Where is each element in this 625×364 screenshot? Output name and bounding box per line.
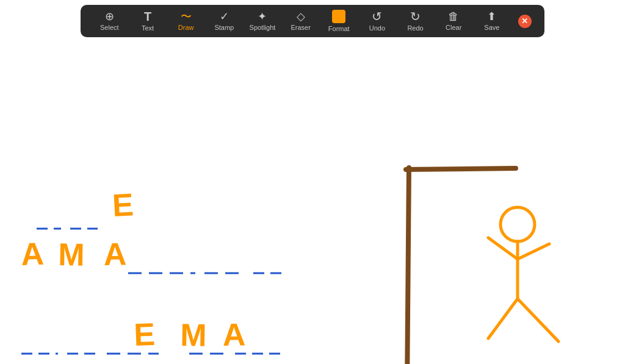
svg-point-21 <box>500 207 535 241</box>
stamp-icon: ✓ <box>220 11 229 22</box>
drawing-canvas: E A M A E M A <box>0 49 625 364</box>
eraser-icon: ◇ <box>297 11 305 22</box>
tool-stamp[interactable]: ✓ Stamp <box>208 11 240 31</box>
svg-line-26 <box>518 299 558 341</box>
undo-label: Undo <box>369 24 385 32</box>
svg-line-24 <box>518 244 549 259</box>
svg-text:A: A <box>20 236 45 272</box>
clear-icon: 🗑 <box>448 11 459 22</box>
tool-undo[interactable]: ↺ Undo <box>361 10 393 32</box>
svg-text:E: E <box>133 316 156 352</box>
svg-text:E: E <box>112 187 135 223</box>
save-label: Save <box>484 24 499 31</box>
svg-text:A: A <box>103 236 127 272</box>
undo-icon: ↺ <box>372 10 382 23</box>
eraser-label: Eraser <box>291 24 310 31</box>
tool-select[interactable]: ⊕ Select <box>93 11 125 31</box>
text-icon: T <box>144 10 151 23</box>
select-icon: ⊕ <box>105 11 114 22</box>
tool-clear[interactable]: 🗑 Clear <box>438 11 469 31</box>
spotlight-icon: ✦ <box>258 11 267 22</box>
toolbar: ⊕ Select T Text 〜 Draw ✓ Stamp ✦ Spotlig… <box>81 5 544 37</box>
format-label: Format <box>328 25 350 32</box>
save-icon: ⬆ <box>487 11 496 22</box>
tool-spotlight[interactable]: ✦ Spotlight <box>247 11 278 31</box>
tool-text[interactable]: T Text <box>132 10 164 32</box>
svg-text:M: M <box>180 317 207 353</box>
redo-icon: ↻ <box>410 10 421 23</box>
clear-label: Clear <box>446 24 461 31</box>
canvas-area[interactable]: E A M A E M A <box>0 49 625 364</box>
stamp-label: Stamp <box>214 24 234 31</box>
draw-icon: 〜 <box>181 11 192 22</box>
redo-label: Redo <box>407 24 423 32</box>
svg-text:M: M <box>58 237 85 273</box>
tool-save[interactable]: ⬆ Save <box>476 11 508 31</box>
spotlight-label: Spotlight <box>250 24 276 31</box>
tool-eraser[interactable]: ◇ Eraser <box>285 11 317 31</box>
close-button[interactable]: ✕ <box>518 15 532 28</box>
text-label: Text <box>142 24 154 32</box>
select-label: Select <box>100 24 119 31</box>
svg-line-18 <box>406 168 516 170</box>
svg-line-25 <box>488 299 518 338</box>
tool-redo[interactable]: ↻ Redo <box>400 10 432 32</box>
format-box <box>332 10 345 23</box>
tool-draw[interactable]: 〜 Draw <box>170 11 202 31</box>
tool-format[interactable]: Format <box>323 10 355 32</box>
svg-line-17 <box>407 168 409 364</box>
svg-text:A: A <box>222 316 246 352</box>
draw-label: Draw <box>178 24 194 31</box>
